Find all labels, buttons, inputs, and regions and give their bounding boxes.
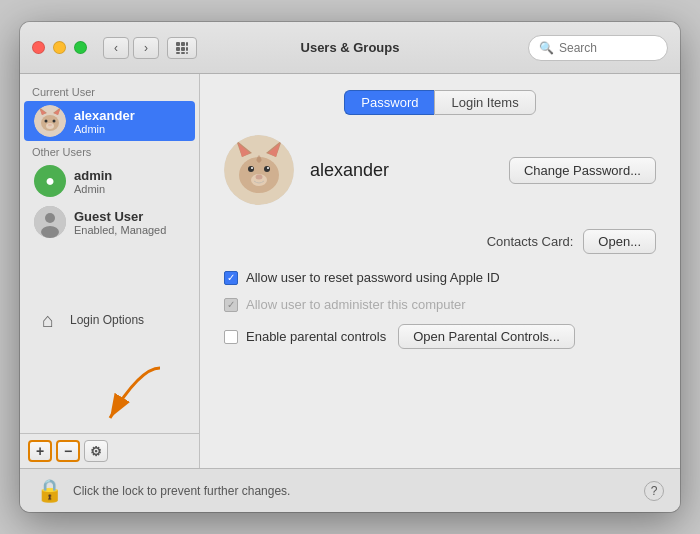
forward-button[interactable]: › [133,37,159,59]
options-section: Contacts Card: Open... ✓ Allow user to r… [224,229,656,349]
admin-label: Allow user to administer this computer [246,297,466,312]
current-user-label: Current User [20,82,199,100]
admin-user-item[interactable]: ● admin Admin [24,161,195,201]
change-password-button[interactable]: Change Password... [509,157,656,184]
svg-rect-6 [176,52,180,54]
bottom-bar: 🔒 Click the lock to prevent further chan… [20,468,680,512]
guest-user-item[interactable]: Guest User Enabled, Managed [24,202,195,242]
tab-password[interactable]: Password [344,90,434,115]
titlebar: ‹ › Users & Groups 🔍 [20,22,680,74]
svg-rect-4 [181,47,185,51]
profile-avatar [224,135,294,205]
svg-point-31 [251,167,253,169]
sidebar-bottom: + − ⚙ [20,433,199,468]
maximize-button[interactable] [74,41,87,54]
open-parental-controls-button[interactable]: Open Parental Controls... [398,324,575,349]
guest-avatar [34,206,66,238]
guest-user-info: Guest User Enabled, Managed [74,209,166,236]
svg-rect-5 [186,47,188,51]
sidebar: Current User [20,74,200,468]
parental-label: Enable parental controls [246,329,386,344]
login-options-item[interactable]: ⌂ Login Options [24,302,195,338]
back-button[interactable]: ‹ [103,37,129,59]
svg-rect-8 [186,52,188,54]
svg-point-15 [45,120,48,123]
reset-password-label: Allow user to reset password using Apple… [246,270,500,285]
svg-point-34 [251,174,267,186]
current-user-role: Admin [74,123,135,135]
svg-point-21 [41,226,59,238]
users-groups-window: ‹ › Users & Groups 🔍 [20,22,680,512]
contacts-row: Contacts Card: Open... [224,229,656,254]
current-user-item[interactable]: alexander Admin [24,101,195,141]
add-user-button[interactable]: + [28,440,52,462]
lock-icon[interactable]: 🔒 [36,478,63,504]
current-user-name: alexander [74,108,135,123]
svg-point-20 [45,213,55,223]
reset-password-checkbox[interactable]: ✓ [224,271,238,285]
lock-text: Click the lock to prevent further change… [73,484,290,498]
svg-point-30 [264,166,270,172]
svg-point-32 [267,167,269,169]
search-input[interactable] [559,41,657,55]
remove-user-button[interactable]: − [56,440,80,462]
minimize-button[interactable] [53,41,66,54]
login-options-label: Login Options [70,313,144,327]
admin-avatar: ● [34,165,66,197]
svg-rect-2 [186,42,188,46]
guest-name: Guest User [74,209,166,224]
profile-name: alexander [310,160,389,181]
checkbox-reset-password-row: ✓ Allow user to reset password using App… [224,270,656,285]
help-button[interactable]: ? [644,481,664,501]
svg-point-18 [46,123,54,129]
parental-checkbox[interactable] [224,330,238,344]
parental-row: Enable parental controls Open Parental C… [224,324,656,349]
admin-name: admin [74,168,112,183]
contacts-label: Contacts Card: [487,234,574,249]
admin-checkbox[interactable]: ✓ [224,298,238,312]
tab-login-items[interactable]: Login Items [434,90,535,115]
admin-role: Admin [74,183,112,195]
svg-point-29 [248,166,254,172]
guest-role: Enabled, Managed [74,224,166,236]
house-icon: ⌂ [34,306,62,334]
svg-rect-7 [181,52,185,54]
sidebar-inner: Current User [20,74,199,433]
other-users-label: Other Users [20,142,199,160]
current-user-avatar [34,105,66,137]
main-panel: Password Login Items [200,74,680,468]
window-title: Users & Groups [301,40,400,55]
nav-buttons: ‹ › [103,37,197,59]
gear-button[interactable]: ⚙ [84,440,108,462]
open-contacts-button[interactable]: Open... [583,229,656,254]
search-box[interactable]: 🔍 [528,35,668,61]
main-content: Current User [20,74,680,468]
close-button[interactable] [32,41,45,54]
svg-rect-0 [176,42,180,46]
admin-user-info: admin Admin [74,168,112,195]
svg-point-16 [53,120,56,123]
grid-button[interactable] [167,37,197,59]
tabs: Password Login Items [224,90,656,115]
checkbox-admin-row: ✓ Allow user to administer this computer [224,297,656,312]
traffic-lights [32,41,87,54]
user-profile: alexander Change Password... [224,135,656,205]
svg-rect-3 [176,47,180,51]
svg-rect-1 [181,42,185,46]
current-user-info: alexander Admin [74,108,135,135]
search-icon: 🔍 [539,41,554,55]
